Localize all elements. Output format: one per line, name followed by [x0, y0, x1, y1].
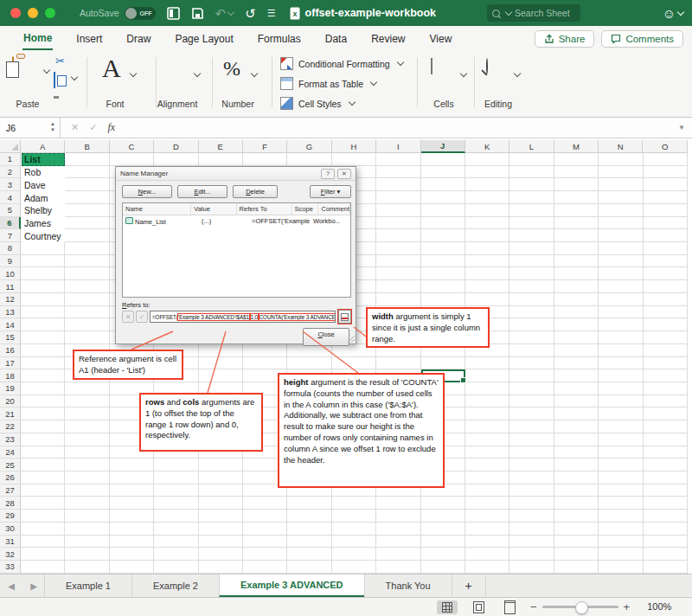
tab-data[interactable]: Data	[324, 28, 348, 49]
paste-dropdown-icon[interactable]	[42, 61, 49, 76]
select-all-corner[interactable]	[0, 140, 21, 153]
normal-view-button[interactable]	[437, 600, 458, 614]
tab-draw[interactable]: Draw	[125, 28, 151, 49]
row-header-24[interactable]: 24	[0, 446, 21, 459]
column-header-D[interactable]: D	[154, 140, 198, 153]
column-header-I[interactable]: I	[376, 140, 420, 153]
feedback-smiley-icon[interactable]: ☺	[663, 6, 683, 21]
quick-access-more-icon[interactable]: ☰	[267, 9, 276, 18]
page-break-view-button[interactable]	[499, 600, 520, 614]
cell-A3[interactable]: Dave	[22, 178, 65, 191]
row-header-22[interactable]: 22	[0, 420, 21, 433]
row-header-31[interactable]: 31	[0, 536, 21, 549]
formula-bar-expand-icon[interactable]: ▼	[678, 124, 685, 132]
cell-A2[interactable]: Rob	[22, 166, 65, 179]
list-column-scope[interactable]: Scope	[292, 203, 319, 215]
row-header-19[interactable]: 19	[0, 382, 21, 395]
add-sheet-button[interactable]: +	[452, 574, 486, 597]
comments-button[interactable]: Comments	[601, 30, 683, 48]
number-dropdown-icon[interactable]	[249, 64, 257, 80]
page-layout-view-button[interactable]	[468, 600, 489, 614]
list-column-comment[interactable]: Comment	[318, 203, 350, 215]
filter-dropdown-button[interactable]: Filter ▾	[310, 185, 351, 198]
tab-view[interactable]: View	[429, 28, 453, 49]
cut-icon[interactable]: ✂	[55, 55, 65, 67]
tab-review[interactable]: Review	[370, 28, 406, 49]
insert-function-icon[interactable]: fx	[107, 121, 115, 134]
column-header-G[interactable]: G	[287, 140, 331, 153]
row-header-15[interactable]: 15	[0, 331, 21, 344]
confirm-entry-icon[interactable]: ✓	[89, 122, 97, 133]
row-header-16[interactable]: 16	[0, 344, 21, 357]
formula-input[interactable]	[115, 118, 678, 138]
search-scope-chevron-icon[interactable]	[505, 9, 512, 16]
row-header-8[interactable]: 8	[0, 242, 21, 255]
name-box-stepper[interactable]: ▲▼	[50, 121, 55, 132]
search-input[interactable]: Search Sheet	[487, 4, 580, 22]
name-manager-titlebar[interactable]: Name Manager ? ✕	[116, 167, 356, 181]
workbook-gallery-icon[interactable]	[167, 7, 180, 20]
column-header-K[interactable]: K	[465, 140, 509, 153]
row-header-33[interactable]: 33	[0, 561, 21, 574]
cell-A4[interactable]: Adam	[22, 191, 65, 204]
cells-button[interactable]	[431, 59, 432, 74]
column-header-L[interactable]: L	[509, 140, 554, 153]
name-box[interactable]: J6 ▲▼	[0, 118, 61, 138]
row-header-12[interactable]: 12	[0, 293, 21, 306]
column-header-F[interactable]: F	[243, 140, 287, 153]
list-column-name[interactable]: Name	[123, 203, 191, 215]
column-header-M[interactable]: M	[554, 140, 599, 153]
tab-insert[interactable]: Insert	[75, 28, 103, 49]
font-icon[interactable]: A	[102, 54, 121, 83]
column-header-C[interactable]: C	[110, 140, 154, 153]
column-header-J[interactable]: J	[421, 140, 465, 153]
row-header-18[interactable]: 18	[0, 369, 21, 382]
zoom-window-button[interactable]	[45, 8, 55, 18]
zoom-in-button[interactable]: +	[618, 600, 636, 613]
row-header-5[interactable]: 5	[0, 204, 21, 217]
row-header-4[interactable]: 4	[0, 191, 21, 204]
tab-home[interactable]: Home	[22, 27, 53, 50]
row-header-29[interactable]: 29	[0, 510, 21, 523]
row-header-26[interactable]: 26	[0, 472, 21, 484]
names-list[interactable]: NameValueRefers ToScopeComment Name_List…	[122, 202, 351, 298]
column-header-A[interactable]: A	[21, 140, 65, 153]
zoom-slider[interactable]	[542, 606, 618, 608]
paste-button[interactable]	[12, 57, 14, 73]
tab-page-layout[interactable]: Page Layout	[174, 28, 234, 49]
row-header-32[interactable]: 32	[0, 548, 21, 561]
new-name-button[interactable]: New...	[122, 185, 172, 198]
sheet-scroll-left-icon[interactable]: ◀	[0, 574, 22, 597]
list-column-refers-to[interactable]: Refers To	[237, 203, 292, 215]
tab-formulas[interactable]: Formulas	[257, 28, 302, 49]
sheet-tab-example-1[interactable]: Example 1	[44, 574, 132, 597]
row-header-28[interactable]: 28	[0, 497, 21, 510]
edit-name-button[interactable]: Edit...	[177, 185, 227, 198]
row-header-27[interactable]: 27	[0, 484, 21, 497]
row-header-20[interactable]: 20	[0, 395, 21, 408]
row-header-3[interactable]: 3	[0, 178, 21, 191]
row-header-17[interactable]: 17	[0, 357, 21, 370]
list-column-value[interactable]: Value	[191, 203, 236, 215]
dialog-help-icon[interactable]: ?	[321, 169, 335, 179]
sheet-scroll-right-icon[interactable]: ▶	[22, 574, 45, 597]
row-header-10[interactable]: 10	[0, 267, 21, 280]
sheet-tab-thank-you[interactable]: Thank You	[364, 574, 452, 597]
column-header-H[interactable]: H	[332, 140, 376, 153]
cell-A6[interactable]: James	[22, 217, 65, 230]
column-header-E[interactable]: E	[199, 140, 243, 153]
redo-icon[interactable]: ↺	[245, 7, 256, 20]
editing-dropdown-icon[interactable]	[512, 64, 520, 80]
undo-dropdown-icon[interactable]	[227, 8, 234, 15]
names-list-row[interactable]: Name_List (...) =OFFSET('Example ... Wor…	[123, 215, 350, 227]
close-dialog-button[interactable]: Close	[303, 328, 349, 346]
row-header-2[interactable]: 2	[0, 166, 21, 179]
minimize-window-button[interactable]	[28, 8, 38, 18]
column-header-O[interactable]: O	[643, 140, 687, 153]
row-header-6[interactable]: 6	[0, 217, 21, 230]
cell-A5[interactable]: Shelby	[22, 204, 65, 217]
close-window-button[interactable]	[10, 8, 21, 18]
row-header-30[interactable]: 30	[0, 523, 21, 536]
row-header-23[interactable]: 23	[0, 433, 21, 446]
cancel-entry-icon[interactable]: ✕	[71, 122, 79, 133]
